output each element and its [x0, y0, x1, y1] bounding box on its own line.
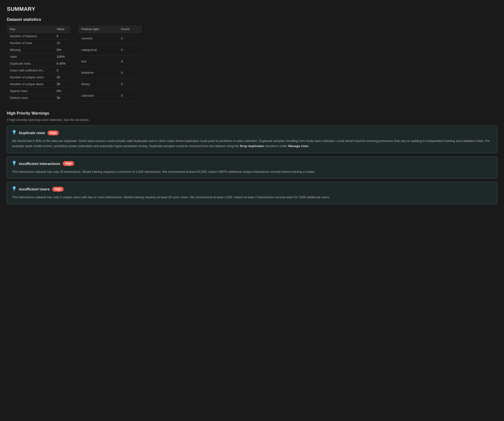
warnings-intro: 4 high severity warnings were detected. …: [7, 118, 497, 122]
table-row: unknown0: [78, 90, 142, 101]
left-table-col-value: Value: [54, 25, 71, 33]
high-badge: High: [52, 187, 64, 192]
right-table-col-feature-type: Feature type: [78, 25, 118, 33]
page-title: SUMMARY: [7, 6, 497, 12]
svg-rect-4: [14, 165, 15, 165]
warning-card: Insufficient UsersHighThe Interactions d…: [7, 182, 497, 204]
dataset-statistics-heading: Dataset statistics: [7, 17, 497, 22]
table-row: Number of features6: [7, 33, 71, 40]
warnings-section: High Priority Warnings 4 high severity w…: [7, 111, 497, 204]
high-badge: High: [48, 130, 59, 135]
warning-body: The Interactions dataset has only 30 int…: [12, 169, 492, 174]
high-badge: High: [63, 161, 74, 166]
table-row: text4: [78, 56, 142, 67]
warning-body: The Interactions dataset has only 0 uniq…: [12, 195, 492, 200]
table-row: categorical0: [78, 44, 142, 56]
left-table-col-key: Key: [7, 25, 54, 33]
warning-lightbulb-icon: [12, 186, 16, 192]
table-row: Distinct rows30: [7, 94, 71, 101]
table-row: Number of rows31: [7, 40, 71, 47]
warning-title: Insufficient interactions: [19, 162, 60, 166]
svg-rect-6: [13, 190, 15, 190]
svg-rect-7: [14, 190, 15, 191]
table-row: datetime0: [78, 67, 142, 78]
warning-lightbulb-icon: [12, 130, 16, 136]
svg-rect-0: [13, 133, 15, 134]
warning-body: We found that 6.45% of the data are dupl…: [12, 138, 492, 149]
warning-title: Insufficient Users: [19, 187, 50, 191]
right-table-col-count: Count: [118, 25, 142, 33]
table-row: binary0: [78, 78, 142, 90]
svg-rect-1: [14, 134, 15, 134]
warning-card: Duplicate rowsHighWe found that 6.45% of…: [7, 126, 497, 153]
table-row: Valid100%: [7, 53, 71, 60]
svg-rect-2: [14, 134, 15, 135]
svg-rect-5: [14, 165, 15, 165]
right-stats-table: Feature type Count numeric2categorical0t…: [78, 25, 142, 101]
table-row: Users with sufficient int…0: [7, 67, 71, 74]
table-row: numeric2: [78, 33, 142, 44]
table-row: Sparse rows0%: [7, 88, 71, 94]
warnings-list: Duplicate rowsHighWe found that 6.45% of…: [7, 126, 497, 204]
warning-lightbulb-icon: [12, 161, 16, 167]
left-stats-table: Key Value Number of features6Number of r…: [7, 25, 71, 101]
table-row: Missing0%: [7, 47, 71, 53]
table-row: Number of unique items30: [7, 81, 71, 88]
table-row: Number of unique users30: [7, 74, 71, 81]
warnings-heading: High Priority Warnings: [7, 111, 497, 116]
warning-title: Duplicate rows: [19, 131, 45, 135]
svg-rect-8: [14, 191, 15, 191]
table-row: Duplicate rows6.45%: [7, 60, 71, 67]
warning-card: Insufficient interactionsHighThe Interac…: [7, 156, 497, 178]
statistics-tables: Key Value Number of features6Number of r…: [7, 25, 497, 101]
svg-rect-3: [13, 164, 15, 165]
